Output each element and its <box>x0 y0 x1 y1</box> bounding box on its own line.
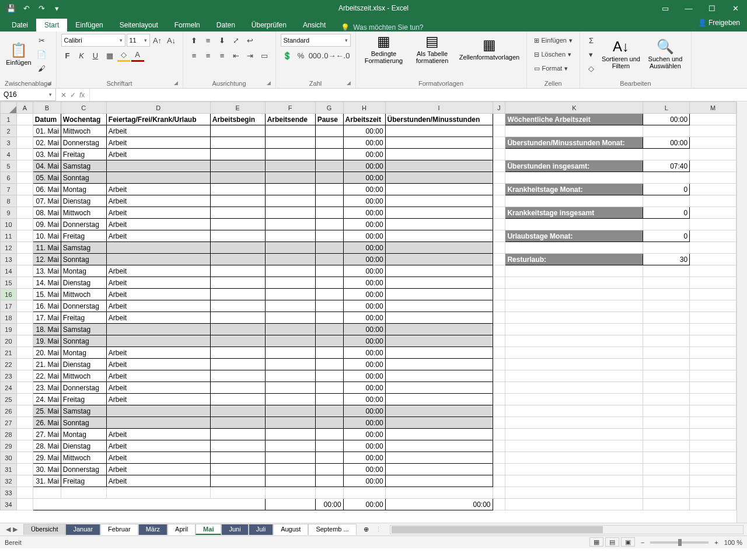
cell-A20[interactable] <box>16 335 33 347</box>
cell-H29[interactable]: 00:00 <box>343 440 385 452</box>
cell-E10[interactable] <box>210 219 265 230</box>
cell-B32[interactable]: 31. Mai <box>33 475 61 487</box>
cell-F33[interactable] <box>265 487 315 499</box>
cell-G9[interactable] <box>315 207 343 219</box>
cell-J27[interactable] <box>493 417 505 429</box>
cell-F32[interactable] <box>265 475 315 487</box>
cell-B27[interactable]: 26. Mai <box>33 417 61 429</box>
cell-E29[interactable] <box>210 440 265 452</box>
share-button[interactable]: 👤 Freigeben <box>698 19 740 27</box>
cell-I28[interactable] <box>385 429 493 440</box>
cell-A3[interactable] <box>16 137 33 149</box>
tab-review[interactable]: Überprüfen <box>243 19 295 32</box>
cell-B31[interactable]: 30. Mai <box>33 464 61 475</box>
cell-E1[interactable]: Arbeitsbegin <box>210 114 265 125</box>
cell-H14[interactable]: 00:00 <box>343 265 385 277</box>
cell-L33[interactable] <box>643 487 690 499</box>
cell-L21[interactable] <box>643 347 690 359</box>
cell-B33[interactable] <box>33 487 61 499</box>
cell-M27[interactable] <box>690 417 736 429</box>
cell-B26[interactable]: 25. Mai <box>33 405 61 417</box>
cell-A34[interactable] <box>16 499 33 510</box>
cell-C33[interactable] <box>61 487 106 499</box>
cell-F22[interactable] <box>265 359 315 370</box>
cell-I29[interactable] <box>385 440 493 452</box>
cell-K23[interactable] <box>505 370 643 382</box>
qat-custom-icon[interactable]: ▾ <box>50 2 63 15</box>
cell-K26[interactable] <box>505 405 643 417</box>
row-header-1[interactable]: 1 <box>1 114 17 125</box>
cell-F2[interactable] <box>265 125 315 137</box>
cell-C6[interactable]: Sonntag <box>61 172 106 184</box>
format-painter-icon[interactable]: 🖌 <box>35 62 48 75</box>
cell-F6[interactable] <box>265 172 315 184</box>
col-header-G[interactable]: G <box>315 102 343 114</box>
cell-D25[interactable]: Arbeit <box>106 394 210 405</box>
sheet-tab-april[interactable]: April <box>167 524 196 535</box>
cell-I7[interactable] <box>385 184 493 195</box>
cell-M5[interactable] <box>690 160 736 172</box>
italic-icon[interactable]: K <box>75 49 88 62</box>
cell-I31[interactable] <box>385 464 493 475</box>
insert-cells-button[interactable]: ⊞ Einfügen ▾ <box>532 34 575 47</box>
cell-L8[interactable] <box>643 195 690 207</box>
cell-J4[interactable] <box>493 149 505 160</box>
cell-E15[interactable] <box>210 277 265 289</box>
cell-B12[interactable]: 11. Mai <box>33 242 61 254</box>
cell-E30[interactable] <box>210 452 265 464</box>
cell-J5[interactable] <box>493 160 505 172</box>
cell-D9[interactable]: Arbeit <box>106 207 210 219</box>
cell-A22[interactable] <box>16 359 33 370</box>
col-header-D[interactable]: D <box>106 102 210 114</box>
cell-A5[interactable] <box>16 160 33 172</box>
cell-H16[interactable]: 00:00 <box>343 289 385 300</box>
cell-G21[interactable] <box>315 347 343 359</box>
horizontal-scrollbar[interactable] <box>390 525 743 534</box>
cell-D5[interactable] <box>106 160 210 172</box>
row-header-15[interactable]: 15 <box>1 277 17 289</box>
cell-H32[interactable]: 00:00 <box>343 475 385 487</box>
cell-E25[interactable] <box>210 394 265 405</box>
cell-J14[interactable] <box>493 265 505 277</box>
cell-I15[interactable] <box>385 277 493 289</box>
cell-F11[interactable] <box>265 230 315 242</box>
cell-D29[interactable]: Arbeit <box>106 440 210 452</box>
cell-E20[interactable] <box>210 335 265 347</box>
cell-H19[interactable]: 00:00 <box>343 324 385 335</box>
cell-M30[interactable] <box>690 452 736 464</box>
cell-F3[interactable] <box>265 137 315 149</box>
cell-E28[interactable] <box>210 429 265 440</box>
cell-D21[interactable]: Arbeit <box>106 347 210 359</box>
cell-G7[interactable] <box>315 184 343 195</box>
cell-M20[interactable] <box>690 335 736 347</box>
cell-D24[interactable]: Arbeit <box>106 382 210 394</box>
cell-A6[interactable] <box>16 172 33 184</box>
cell-M34[interactable] <box>690 499 736 510</box>
cell-F12[interactable] <box>265 242 315 254</box>
cell-B29[interactable]: 28. Mai <box>33 440 61 452</box>
cell-J2[interactable] <box>493 125 505 137</box>
cell-H12[interactable]: 00:00 <box>343 242 385 254</box>
cell-C2[interactable]: Mittwoch <box>61 125 106 137</box>
cell-B11[interactable]: 10. Mai <box>33 230 61 242</box>
cell-E8[interactable] <box>210 195 265 207</box>
cell-J18[interactable] <box>493 312 505 324</box>
cell-K4[interactable] <box>505 149 643 160</box>
cell-A25[interactable] <box>16 394 33 405</box>
cell-C18[interactable]: Freitag <box>61 312 106 324</box>
cell-I19[interactable] <box>385 324 493 335</box>
align-left-icon[interactable]: ≡ <box>188 49 201 62</box>
sheet-tab-juni[interactable]: Juni <box>221 524 248 535</box>
tab-insert[interactable]: Einfügen <box>67 19 111 32</box>
cell-J16[interactable] <box>493 289 505 300</box>
cell-H1[interactable]: Arbeitszeit <box>343 114 385 125</box>
sheet-tab-mai[interactable]: Mai <box>196 524 221 535</box>
cell-K24[interactable] <box>505 382 643 394</box>
row-header-21[interactable]: 21 <box>1 347 17 359</box>
summary-label-2[interactable]: Überstunden/Minusstunden Monat: <box>505 137 643 149</box>
cell-M10[interactable] <box>690 219 736 230</box>
cell-C16[interactable]: Mittwoch <box>61 289 106 300</box>
cell-M22[interactable] <box>690 359 736 370</box>
cell-H22[interactable]: 00:00 <box>343 359 385 370</box>
cell-C21[interactable]: Montag <box>61 347 106 359</box>
